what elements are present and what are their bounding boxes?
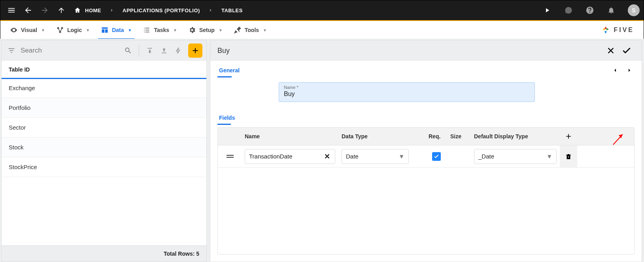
table-row[interactable]: Stock xyxy=(2,138,206,157)
table-icon xyxy=(101,26,109,34)
add-field-button[interactable] xyxy=(560,128,577,145)
main-body: Table ID Exchange Portfolio Sector Stock… xyxy=(0,39,644,262)
cancel-button[interactable] xyxy=(603,43,619,58)
tables-panel: Table ID Exchange Portfolio Sector Stock… xyxy=(1,40,207,262)
breadcrumb-applications[interactable]: APPLICATIONS (PORTFOLIO) xyxy=(119,8,203,13)
chevron-down-icon: ▼ xyxy=(86,28,90,32)
breadcrumb-applications-label: APPLICATIONS (PORTFOLIO) xyxy=(123,8,200,13)
next-record-button[interactable] xyxy=(624,65,635,75)
top-app-bar: HOME APPLICATIONS (PORTFOLIO) TABLES S xyxy=(0,0,644,20)
import-icon[interactable] xyxy=(144,47,156,55)
search-icon[interactable] xyxy=(122,47,134,55)
table-row-label: Exchange xyxy=(9,85,35,91)
field-required-checkbox[interactable] xyxy=(432,152,441,161)
bell-icon[interactable] xyxy=(604,3,618,17)
col-req[interactable]: Req. xyxy=(425,128,447,145)
tab-visual[interactable]: Visual▼ xyxy=(4,21,51,39)
table-row[interactable]: Portfolio xyxy=(2,98,206,118)
tables-list-header-label: Table ID xyxy=(9,66,30,73)
col-size[interactable]: Size xyxy=(447,128,471,145)
col-drag xyxy=(218,128,242,145)
table-row-label: StockPrice xyxy=(9,164,37,170)
gear-icon xyxy=(188,26,196,34)
table-row-label: Portfolio xyxy=(9,104,30,111)
avatar-initial: S xyxy=(632,7,635,13)
name-field-card[interactable]: Name * Buy xyxy=(279,82,535,102)
nav-back-button[interactable] xyxy=(21,3,35,17)
field-name-input[interactable]: TransactionDate✕ xyxy=(245,149,335,164)
tables-footer: Total Rows: 5 xyxy=(2,245,206,262)
name-field-value: Buy xyxy=(284,90,530,98)
tables-list: Exchange Portfolio Sector Stock StockPri… xyxy=(2,78,206,245)
field-datatype-select[interactable]: Date▼ xyxy=(342,149,409,164)
hamburger-menu-icon[interactable] xyxy=(4,3,19,17)
chat-icon[interactable] xyxy=(561,3,576,17)
tab-setup[interactable]: Setup▼ xyxy=(183,21,228,39)
run-button[interactable] xyxy=(540,3,554,17)
general-section-header: General xyxy=(217,65,635,76)
home-icon xyxy=(74,7,81,14)
breadcrumb-tables[interactable]: TABLES xyxy=(218,8,246,13)
add-table-button[interactable] xyxy=(188,43,202,58)
tools-icon xyxy=(234,26,242,34)
help-icon[interactable] xyxy=(583,3,597,17)
clear-icon[interactable]: ✕ xyxy=(323,152,331,161)
drag-handle-icon[interactable] xyxy=(221,155,234,158)
col-name[interactable]: Name xyxy=(242,128,338,145)
field-name-value: TransactionDate xyxy=(249,153,293,160)
tab-general[interactable]: General xyxy=(217,65,241,76)
fields-grid-header: Name Data Type Req. Size Default Display… xyxy=(218,128,634,145)
chevron-down-icon: ▼ xyxy=(398,153,404,160)
field-size-input[interactable] xyxy=(447,145,471,167)
fields-grid: Name Data Type Req. Size Default Display… xyxy=(217,127,635,254)
brand-icon xyxy=(601,25,610,35)
export-icon[interactable] xyxy=(158,47,170,55)
chevron-down-icon: ▼ xyxy=(219,28,223,32)
chevron-right-icon xyxy=(208,8,213,13)
tab-logic[interactable]: Logic▼ xyxy=(51,21,95,39)
eye-icon xyxy=(10,26,18,34)
logic-icon xyxy=(56,26,64,34)
breadcrumb-tables-label: TABLES xyxy=(221,8,243,13)
search-input[interactable] xyxy=(20,46,120,55)
detail-panel: Buy General Name * Buy Fields xyxy=(210,40,642,262)
tables-list-header[interactable]: Table ID xyxy=(2,61,206,78)
save-button[interactable] xyxy=(619,43,635,58)
delete-field-button[interactable] xyxy=(560,145,577,167)
tab-general-label: General xyxy=(219,67,240,74)
prev-record-button[interactable] xyxy=(610,65,620,75)
tables-toolbar xyxy=(2,40,206,61)
chevron-down-icon: ▼ xyxy=(41,28,45,32)
filter-icon[interactable] xyxy=(6,47,17,55)
chevron-down-icon: ▼ xyxy=(263,28,267,32)
detail-title: Buy xyxy=(217,47,230,55)
nav-forward-button xyxy=(38,3,52,17)
tab-tools[interactable]: Tools▼ xyxy=(228,21,272,39)
tab-fields[interactable]: Fields xyxy=(217,112,236,123)
detail-body: General Name * Buy Fields Name Data Type… xyxy=(210,61,642,262)
tab-fields-label: Fields xyxy=(219,115,235,121)
brand-logo[interactable]: FIVE xyxy=(601,25,640,35)
divider xyxy=(139,45,139,57)
table-row[interactable]: StockPrice xyxy=(2,157,206,177)
table-row[interactable]: Exchange xyxy=(2,78,206,98)
table-row[interactable]: Sector xyxy=(2,118,206,138)
svg-rect-3 xyxy=(568,156,569,157)
col-ddt[interactable]: Default Display Type xyxy=(471,128,560,145)
breadcrumb-home[interactable]: HOME xyxy=(71,7,104,14)
tab-setup-label: Setup xyxy=(199,27,215,33)
tab-tasks[interactable]: Tasks▼ xyxy=(137,21,183,39)
chevron-down-icon: ▼ xyxy=(173,28,177,32)
tab-data[interactable]: Data▼ xyxy=(95,21,137,39)
col-datatype[interactable]: Data Type xyxy=(338,128,425,145)
field-row: TransactionDate✕ Date▼ _Date▼ xyxy=(218,145,634,167)
brand-text: FIVE xyxy=(614,26,634,34)
avatar[interactable]: S xyxy=(628,4,640,16)
field-ddt-select[interactable]: _Date▼ xyxy=(474,149,557,164)
main-tabstrip: Visual▼ Logic▼ Data▼ Tasks▼ Setup▼ Tools… xyxy=(0,21,644,39)
fields-grid-empty xyxy=(218,167,634,254)
tab-tools-label: Tools xyxy=(245,27,259,33)
bolt-icon[interactable] xyxy=(172,47,184,54)
tab-visual-label: Visual xyxy=(21,27,37,33)
nav-up-button[interactable] xyxy=(54,3,68,17)
